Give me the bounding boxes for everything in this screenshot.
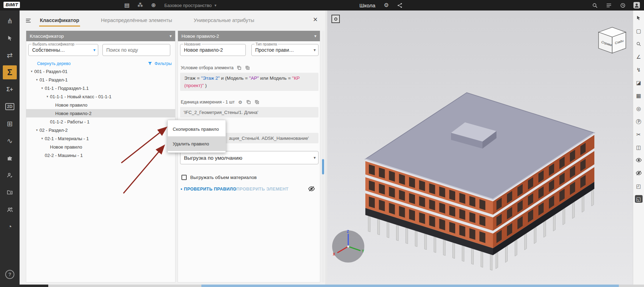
- folder-share-icon[interactable]: [3, 185, 17, 199]
- rule-name-input[interactable]: [180, 44, 245, 56]
- tree-expander-icon[interactable]: ▾: [29, 70, 34, 73]
- classifier-select[interactable]: Выбрать классификатор Собственны… ▾: [28, 44, 98, 56]
- tree-item[interactable]: Новое правило: [26, 143, 175, 151]
- apps-icon[interactable]: ▤: [123, 1, 131, 9]
- 2d-icon[interactable]: 2D: [3, 100, 17, 114]
- tree-item[interactable]: 01-1-2 - Работы - 1: [26, 117, 175, 126]
- panel-menu-icon[interactable]: [24, 17, 32, 24]
- rule-type-select[interactable]: Тип правила Простое прави… ▾: [251, 44, 319, 56]
- context-menu-item[interactable]: Скопировать правило: [168, 122, 226, 136]
- chevron-down-icon[interactable]: ▾: [314, 48, 316, 52]
- palette-icon[interactable]: ◰: [635, 182, 643, 190]
- zoom-icon[interactable]: [635, 40, 643, 48]
- classifier-panel-header[interactable]: Классификатор ▾: [26, 31, 175, 41]
- app-logo[interactable]: BiMiT: [3, 2, 20, 8]
- collapse-tree-button[interactable]: Свернуть дерево: [30, 61, 71, 66]
- users-icon[interactable]: [3, 202, 17, 216]
- context-menu-item[interactable]: Удалить правило: [168, 136, 226, 151]
- code-search-input[interactable]: [103, 44, 170, 56]
- scheme-icon[interactable]: ⊞: [3, 117, 17, 131]
- list-icon[interactable]: [605, 1, 613, 9]
- relations-icon[interactable]: ⇄: [3, 48, 17, 62]
- chevron-down-icon: ▾: [170, 34, 172, 38]
- measure-icon[interactable]: ∠: [635, 53, 643, 60]
- vertical-scroll-track[interactable]: [322, 31, 324, 282]
- share-icon[interactable]: [396, 1, 403, 9]
- view-cube[interactable]: Справа Сзади: [592, 24, 632, 59]
- user-edit-icon[interactable]: [3, 168, 17, 182]
- section-box-icon[interactable]: ◱: [635, 195, 643, 203]
- tree-item[interactable]: ▾02-1 - Материалы - 1: [26, 134, 175, 143]
- focus-icon[interactable]: ◎: [635, 105, 643, 112]
- tree-item[interactable]: Новое правило: [26, 101, 175, 109]
- export-type-select[interactable]: Тип выгрузки Выгрузка по умолчанию ▾: [180, 151, 319, 164]
- eye-off-icon[interactable]: [635, 169, 643, 177]
- close-icon[interactable]: ×: [311, 15, 320, 24]
- tree-expander-icon[interactable]: ▾: [34, 128, 40, 132]
- clip-icon[interactable]: ◫: [635, 143, 643, 151]
- tree-item[interactable]: ▾01-1-1 - Новый класс - 01-1-1: [26, 92, 175, 101]
- copy-add-icon[interactable]: [254, 99, 260, 105]
- flash-icon[interactable]: ↯: [635, 66, 643, 73]
- small-gear-icon[interactable]: ⚙: [237, 99, 243, 105]
- condition-expression[interactable]: Этаж="Этаж 2"и(Модель="АР"илиМодель="КР …: [180, 73, 319, 91]
- tree-expander-icon[interactable]: ▾: [40, 86, 45, 90]
- rule-panel-header[interactable]: Новое правило-2 ▾: [178, 31, 320, 41]
- team-icon[interactable]: ⁂: [136, 1, 144, 9]
- viewport-camera-icon[interactable]: [331, 15, 340, 23]
- building-model[interactable]: [360, 89, 605, 271]
- filters-button[interactable]: Фильтры: [147, 61, 172, 66]
- materials-checkbox[interactable]: [181, 175, 187, 180]
- check-element-button[interactable]: ПРОВЕРИТЬ ЭЛЕМЕНТ: [233, 187, 288, 192]
- parking-icon[interactable]: Ⓟ: [635, 117, 643, 125]
- classifier-panel-title: Классификатор: [30, 34, 64, 39]
- select-icon[interactable]: [3, 31, 17, 45]
- check-rule-button[interactable]: ПРОВЕРИТЬ ПРАВИЛО: [181, 187, 236, 192]
- workspace-selector[interactable]: Базовое пространство ▾: [164, 0, 216, 10]
- condition-token: "Этаж 2": [201, 76, 220, 81]
- help-button[interactable]: ?: [5, 270, 14, 279]
- copy-icon[interactable]: [236, 65, 242, 71]
- classifier-icon[interactable]: Σ: [3, 65, 17, 79]
- tree-expander-icon[interactable]: ▾: [34, 78, 40, 81]
- chevron-down-icon[interactable]: ▾: [314, 155, 316, 160]
- tree-item[interactable]: ▾001 - Раздел-01: [26, 67, 175, 76]
- horizontal-scroll-thumb[interactable]: [201, 285, 619, 287]
- tree-item[interactable]: ▾01 - Раздел-1: [26, 76, 175, 84]
- cut-icon[interactable]: ✂: [635, 130, 643, 138]
- viewport-3d[interactable]: Справа Сзади Z Y X: [327, 10, 633, 285]
- chevron-down-icon[interactable]: ▾: [93, 48, 95, 52]
- unit-value-box[interactable]: 'IFC_2_Геометрия_Стены/1. Длина': [180, 107, 319, 117]
- frame-select-icon[interactable]: ▢: [635, 27, 643, 35]
- select-tool-icon[interactable]: [635, 14, 643, 22]
- eye-icon[interactable]: [635, 156, 643, 164]
- tree-item[interactable]: ▾01-1 - Подраздел-1.1: [26, 84, 175, 92]
- gear-icon[interactable]: ⚙: [382, 1, 390, 9]
- tree-item[interactable]: ▾02 - Раздел-2: [26, 126, 175, 134]
- tab-item[interactable]: Универсальные атрибуты: [193, 11, 255, 29]
- history-icon[interactable]: [619, 1, 627, 9]
- tree-item[interactable]: Новое правило-2: [26, 109, 175, 117]
- grid-icon[interactable]: ▦: [635, 92, 643, 99]
- classifier-select-value: Собственны…: [32, 44, 90, 56]
- analytics-icon[interactable]: ∿: [3, 134, 17, 148]
- globe-add-icon[interactable]: ⊕: [150, 1, 157, 9]
- section-icon[interactable]: ◪: [635, 79, 643, 86]
- tree-item[interactable]: 02-2 - Машины - 1: [26, 151, 175, 159]
- visibility-toggle-icon[interactable]: [307, 185, 316, 193]
- copy-add-icon[interactable]: [245, 65, 250, 71]
- classifier-add-icon[interactable]: Σ+: [3, 82, 17, 96]
- copy-icon[interactable]: [246, 99, 251, 105]
- gauge-icon[interactable]: ◔: [3, 220, 17, 234]
- model-tree-icon[interactable]: ⋔: [3, 14, 17, 28]
- tab-item[interactable]: Нераспределённые элементы: [100, 11, 173, 29]
- axis-gizmo[interactable]: Z Y X: [331, 229, 366, 264]
- tree-expander-icon[interactable]: ▾: [40, 137, 45, 140]
- vertical-scroll-thumb[interactable]: [322, 159, 324, 174]
- tree-expander-icon[interactable]: ▾: [45, 95, 50, 98]
- plugins-icon[interactable]: [3, 151, 17, 165]
- condition-token: и: [221, 76, 224, 81]
- tab-active[interactable]: Классификатор: [39, 11, 80, 29]
- search-icon[interactable]: [591, 1, 599, 9]
- avatar-icon[interactable]: [633, 1, 641, 9]
